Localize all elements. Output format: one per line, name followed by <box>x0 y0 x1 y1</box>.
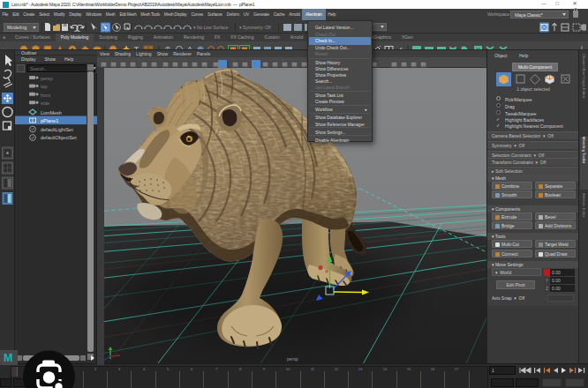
svg-text:persp: persp <box>287 356 298 362</box>
svg-text:defaultLightSet: defaultLightSet <box>41 127 73 132</box>
svg-text:defaultObjectSet: defaultObjectSet <box>41 135 77 140</box>
svg-text:LionMesh: LionMesh <box>41 110 62 116</box>
svg-text:side: side <box>41 101 49 106</box>
svg-text:front: front <box>41 93 50 98</box>
svg-text:top: top <box>41 84 48 89</box>
svg-text:persp: persp <box>41 76 53 81</box>
svg-text:pPlane1: pPlane1 <box>41 118 58 123</box>
